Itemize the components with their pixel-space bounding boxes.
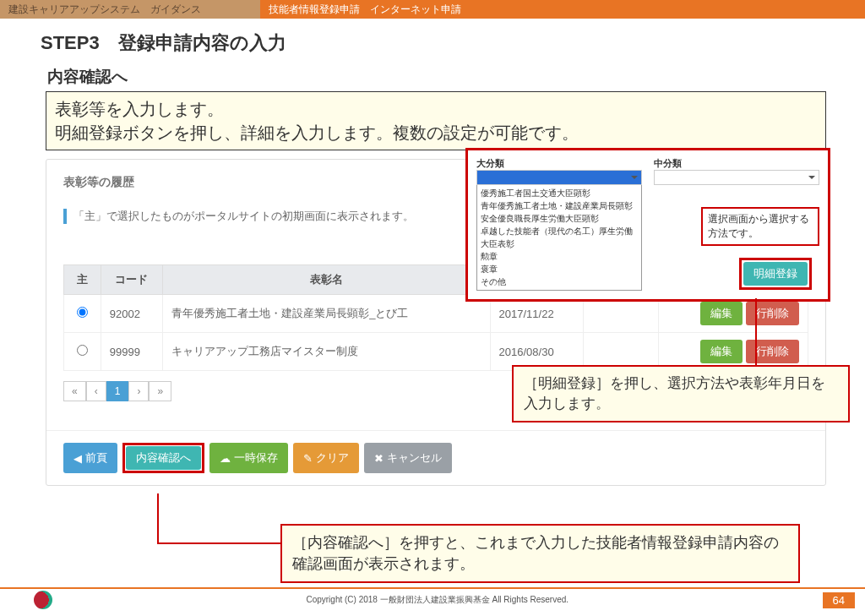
row-delete-button[interactable]: 行削除 xyxy=(746,340,799,363)
instruction-line1: 表彰等を入力します。 xyxy=(55,97,817,121)
detail-register-button[interactable]: 明細登録 xyxy=(743,262,808,286)
page-footer: Copyright (C) 2018 一般財団法人建設業振興基金 All Rig… xyxy=(0,587,865,611)
option-item[interactable]: その他 xyxy=(481,275,638,288)
clear-label: クリア xyxy=(316,450,349,466)
callout-confirm: ［内容確認へ］を押すと、これまで入力した技能者情報登録申請内容の確認画面が表示さ… xyxy=(280,524,800,583)
major-category-select[interactable] xyxy=(476,170,642,185)
detail-register-highlight: 明細登録 xyxy=(739,258,812,290)
cell-name: 青年優秀施工者土地・建設産業局長顕彰_とび工 xyxy=(163,295,490,333)
header-right-title: 技能者情報登録申請 インターネット申請 xyxy=(260,0,865,19)
pager-last[interactable]: » xyxy=(149,381,171,401)
header-bar: 建設キャリアアップシステム ガイダンス 技能者情報登録申請 インターネット申請 xyxy=(0,0,865,19)
pager-page[interactable]: 1 xyxy=(106,381,129,401)
logo-icon xyxy=(34,591,52,609)
copyright-text: Copyright (C) 2018 一般財団法人建設業振興基金 All Rig… xyxy=(52,594,823,606)
label-major-category: 大分類 xyxy=(476,157,642,170)
pager-next[interactable]: › xyxy=(128,381,149,401)
option-item[interactable]: 勲章 xyxy=(481,250,638,263)
pager-first[interactable]: « xyxy=(63,381,86,401)
option-item[interactable]: 卓越した技能者（現代の名工）厚生労働大臣表彰 xyxy=(481,225,638,250)
card-awards-history: 表彰等の履歴 「主」で選択したものがポータルサイトの初期画面に表示されます。 大… xyxy=(46,159,826,486)
instruction-line2: 明細登録ボタンを押し、詳細を入力します。複数の設定が可能です。 xyxy=(55,121,817,144)
cell-name: キャリアアップ工務店マイスター制度 xyxy=(163,333,490,371)
eraser-icon: ✎ xyxy=(303,452,313,465)
th-name: 表彰名 xyxy=(163,265,490,295)
confirm-button[interactable]: 内容確認へ xyxy=(126,446,201,470)
page-number: 64 xyxy=(823,592,855,608)
close-icon: ✖ xyxy=(374,452,384,465)
confirm-highlight: 内容確認へ xyxy=(122,443,204,473)
instruction-box: 表彰等を入力します。 明細登録ボタンを押し、詳細を入力します。複数の設定が可能で… xyxy=(46,91,826,150)
step-title: STEP3 登録申請内容の入力 xyxy=(41,30,831,56)
edit-button[interactable]: 編集 xyxy=(700,302,743,325)
middle-category-select[interactable] xyxy=(654,170,819,185)
row-radio[interactable] xyxy=(77,307,88,318)
cancel-label: キャンセル xyxy=(387,450,442,466)
card-notice-text: 「主」で選択したものがポータルサイトの初期画面に表示されます。 xyxy=(73,209,414,224)
option-item[interactable]: 優秀施工者国土交通大臣顕彰 xyxy=(481,187,638,199)
temp-save-label: 一時保存 xyxy=(234,450,278,466)
option-item[interactable]: 褒章 xyxy=(481,263,638,275)
temp-save-button[interactable]: ☁ 一時保存 xyxy=(209,443,288,473)
accent-bar xyxy=(63,209,67,224)
connector-line xyxy=(755,298,757,368)
arrow-left-icon: ◀ xyxy=(73,452,82,465)
step-subtitle: 内容確認へ xyxy=(47,66,831,88)
cloud-icon: ☁ xyxy=(220,452,231,465)
major-category-options[interactable]: 優秀施工者国土交通大臣顕彰 青年優秀施工者土地・建設産業局長顕彰 安全優良職長厚… xyxy=(476,185,642,291)
row-radio[interactable] xyxy=(77,345,88,356)
th-code: コード xyxy=(101,265,163,295)
row-delete-button[interactable]: 行削除 xyxy=(746,302,799,325)
back-button[interactable]: ◀ 前頁 xyxy=(63,443,117,473)
connector-line xyxy=(157,493,280,544)
pager-prev[interactable]: ‹ xyxy=(86,381,106,401)
callout-detail-register: ［明細登録］を押し、選択方法や表彰年月日を入力します。 xyxy=(512,365,850,422)
cell-code: 92002 xyxy=(101,295,163,333)
label-middle-category: 中分類 xyxy=(654,157,819,170)
th-main: 主 xyxy=(64,265,101,295)
footer-button-row: ◀ 前頁 内容確認へ ☁ 一時保存 ✎ クリア ✖ キャンセル xyxy=(46,430,825,485)
option-item[interactable]: 青年優秀施工者土地・建設産業局長顕彰 xyxy=(481,199,638,212)
overlay-note: 選択画面から選択する方法です。 xyxy=(701,207,819,246)
cell-code: 99999 xyxy=(101,333,163,371)
clear-button[interactable]: ✎ クリア xyxy=(293,443,359,473)
back-label: 前頁 xyxy=(85,450,107,466)
edit-button[interactable]: 編集 xyxy=(700,340,743,363)
option-item[interactable]: 安全優良職長厚生労働大臣顕彰 xyxy=(481,212,638,225)
cancel-button[interactable]: ✖ キャンセル xyxy=(364,443,452,473)
header-left-title: 建設キャリアアップシステム ガイダンス xyxy=(0,0,260,19)
